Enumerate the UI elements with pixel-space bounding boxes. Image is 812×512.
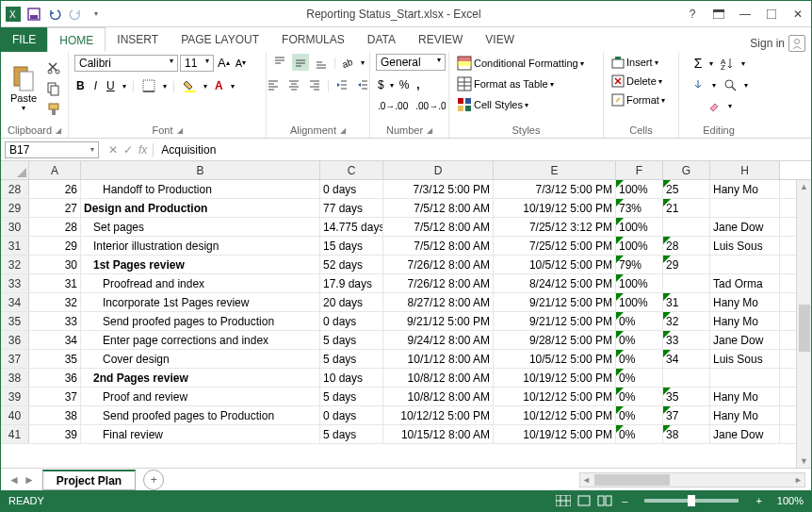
cell[interactable]: 37 [663,406,710,424]
help-icon[interactable]: ? [683,5,702,24]
cell[interactable]: 7/25/12 5:00 PM [494,237,616,255]
cell[interactable]: 36 [29,369,81,387]
horizontal-scrollbar[interactable]: ◄► [579,472,805,487]
table-row[interactable]: 4139Final review5 days10/15/12 8:00 AM10… [1,425,811,444]
cell[interactable]: 0% [616,369,663,387]
sign-in[interactable]: Sign in [744,35,811,52]
cell[interactable]: 7/5/12 8:00 AM [383,218,494,236]
cell[interactable]: 52 days [320,256,383,273]
cell[interactable]: 5 days [320,388,383,405]
cell[interactable]: 0 days [320,406,383,424]
tab-file[interactable]: FILE [1,27,47,52]
autosum-icon[interactable]: Σ [692,54,705,73]
cell[interactable]: 100% [616,218,663,236]
cell[interactable]: Proof and review [81,388,320,405]
page-break-view-icon[interactable] [597,495,612,506]
cell[interactable]: Hany Mo [710,180,780,198]
italic-button[interactable]: I [92,77,99,94]
row-header[interactable]: 37 [1,350,29,368]
cell[interactable]: Design and Production [81,199,320,217]
column-header-B[interactable]: B [81,161,320,179]
percent-icon[interactable]: % [398,76,412,93]
cell[interactable]: 28 [29,218,81,236]
increase-indent-icon[interactable] [354,76,371,93]
cell[interactable]: 14.775 days [320,218,383,236]
increase-decimal-icon[interactable]: .0→.00 [376,99,410,113]
cell[interactable] [663,369,710,387]
column-header-F[interactable]: F [616,161,663,179]
font-size-select[interactable]: 11▾ [180,55,214,72]
align-middle-icon[interactable] [292,54,309,71]
cell[interactable]: 73% [616,199,663,217]
cell[interactable]: 17.9 days [320,274,383,292]
table-row[interactable]: 3432Incorporate 1st Pages review20 days8… [1,293,811,312]
cell[interactable]: 77 days [320,199,383,217]
underline-button[interactable]: U [105,77,117,94]
row-header[interactable]: 34 [1,293,29,311]
decrease-decimal-icon[interactable]: .00→.0 [414,99,447,113]
tab-home[interactable]: HOME [47,27,106,52]
table-row[interactable]: 3533Send proofed pages to Production0 da… [1,312,811,331]
cell[interactable]: Final review [81,425,320,443]
paste-button[interactable]: Paste ▾ [7,60,41,116]
name-box[interactable]: B17▾ [5,141,99,158]
cell[interactable]: 9/21/12 5:00 PM [494,293,616,311]
column-header-A[interactable]: A [29,161,81,179]
cell[interactable]: Handoff to Production [81,180,320,198]
row-header[interactable]: 33 [1,274,29,292]
sheet-nav-prev-icon[interactable]: ◄ [8,473,20,487]
cell[interactable]: 35 [663,388,710,405]
cell[interactable]: 0% [616,406,663,424]
select-all-button[interactable] [1,161,29,179]
ribbon-display-icon[interactable] [709,5,728,24]
format-as-table-button[interactable]: Format as Table▾ [455,74,556,93]
cell[interactable]: Luis Sous [710,237,780,255]
cell[interactable]: 28 [663,237,710,255]
cell[interactable]: Jane Dow [710,425,780,443]
tab-data[interactable]: DATA [356,27,407,52]
accounting-icon[interactable]: $ [376,76,386,93]
tab-view[interactable]: VIEW [474,27,526,52]
cell[interactable]: Luis Sous [710,350,780,368]
cut-icon[interactable] [44,58,63,77]
row-header[interactable]: 29 [1,199,29,217]
cell[interactable]: 10/19/12 5:00 PM [494,425,616,443]
format-cells-button[interactable]: Format▾ [609,91,667,108]
format-painter-icon[interactable] [44,100,63,119]
save-icon[interactable] [25,6,42,23]
cell[interactable]: 10/12/12 5:00 PM [494,388,616,405]
copy-icon[interactable] [44,79,63,98]
cell[interactable]: 0% [616,425,663,443]
cell[interactable]: 9/21/12 5:00 PM [494,312,616,330]
cell[interactable]: 29 [663,256,710,273]
cell[interactable]: 9/21/12 5:00 PM [383,312,494,330]
tab-page-layout[interactable]: PAGE LAYOUT [170,27,270,52]
cell[interactable]: 7/26/12 8:00 AM [383,274,494,292]
tab-insert[interactable]: INSERT [106,27,170,52]
cell[interactable]: 10/15/12 8:00 AM [383,425,494,443]
cell[interactable]: Set pages [81,218,320,236]
align-bottom-icon[interactable] [313,54,330,71]
cell[interactable] [710,199,780,217]
cell[interactable]: 32 [663,312,710,330]
conditional-formatting-button[interactable]: Conditional Formatting▾ [455,54,586,73]
cell[interactable]: 35 [29,350,81,368]
enter-formula-icon[interactable]: ✓ [123,143,133,157]
increase-font-icon[interactable]: A▴ [216,54,232,72]
decrease-indent-icon[interactable] [333,76,350,93]
fill-icon[interactable] [690,76,706,93]
maximize-icon[interactable] [762,5,781,24]
row-header[interactable]: 38 [1,369,29,387]
table-row[interactable]: 3735Cover design5 days10/1/12 8:00 AM10/… [1,350,811,369]
column-header-E[interactable]: E [494,161,616,179]
sheet-nav[interactable]: ◄► [1,473,42,487]
cell[interactable]: 100% [616,180,663,198]
cell[interactable]: 10/12/12 5:00 PM [383,406,494,424]
comma-icon[interactable]: , [414,76,421,93]
zoom-out-button[interactable]: – [618,495,631,506]
number-launcher-icon[interactable]: ◢ [427,126,432,135]
cell[interactable]: Tad Orma [710,274,780,292]
row-header[interactable]: 39 [1,388,29,405]
row-header[interactable]: 41 [1,425,29,443]
cell[interactable] [710,256,780,273]
